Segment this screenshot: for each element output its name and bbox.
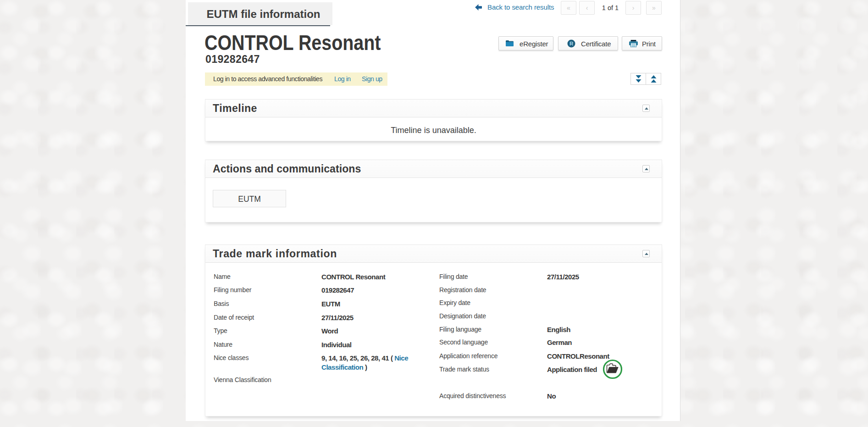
svg-text:R: R <box>569 41 574 46</box>
